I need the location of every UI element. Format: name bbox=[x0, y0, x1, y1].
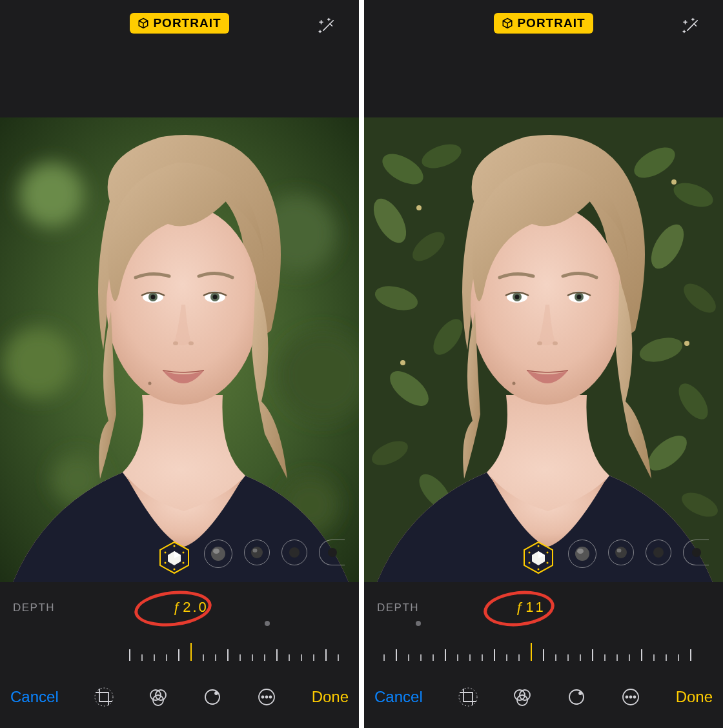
slider-thumb[interactable] bbox=[531, 643, 532, 661]
more-tool-button[interactable] bbox=[618, 684, 644, 710]
default-marker-dot bbox=[416, 621, 421, 626]
depth-control-section: DEPTH ƒ11 bbox=[364, 582, 723, 672]
photo-preview[interactable] bbox=[0, 117, 359, 582]
svg-point-98 bbox=[626, 696, 627, 698]
svg-point-20 bbox=[165, 562, 167, 564]
done-button[interactable]: Done bbox=[312, 688, 349, 706]
filters-tool-button[interactable] bbox=[145, 684, 171, 710]
hexagon-icon bbox=[520, 540, 556, 576]
svg-point-87 bbox=[617, 549, 622, 552]
svg-point-42 bbox=[269, 696, 271, 698]
svg-point-19 bbox=[183, 552, 185, 554]
wand-icon bbox=[316, 16, 338, 38]
svg-point-27 bbox=[213, 549, 219, 554]
svg-point-84 bbox=[575, 547, 589, 561]
svg-point-29 bbox=[253, 549, 258, 552]
more-tool-button[interactable] bbox=[254, 684, 280, 710]
svg-point-31 bbox=[328, 548, 337, 557]
svg-point-76 bbox=[529, 552, 531, 554]
slider-thumb[interactable] bbox=[190, 643, 192, 661]
lighting-contour[interactable] bbox=[608, 540, 634, 565]
lighting-stage-mono[interactable] bbox=[319, 540, 345, 565]
filters-tool-button[interactable] bbox=[509, 684, 535, 710]
svg-point-28 bbox=[251, 547, 263, 558]
sphere-icon bbox=[614, 545, 628, 560]
cancel-button[interactable]: Cancel bbox=[374, 688, 423, 706]
depth-label: DEPTH bbox=[13, 602, 55, 614]
adjust-tool-button[interactable] bbox=[564, 684, 589, 710]
svg-point-10 bbox=[151, 295, 156, 299]
svg-point-40 bbox=[261, 696, 263, 698]
top-bar: PORTRAIT bbox=[0, 0, 359, 117]
done-button[interactable]: Done bbox=[676, 688, 713, 706]
crop-icon bbox=[94, 687, 114, 707]
svg-point-77 bbox=[547, 552, 549, 554]
adjust-icon bbox=[566, 687, 587, 707]
depth-slider[interactable] bbox=[364, 642, 723, 661]
lighting-stage[interactable] bbox=[281, 540, 307, 565]
sphere-icon bbox=[327, 547, 338, 558]
hexagon-icon bbox=[156, 540, 192, 576]
svg-point-71 bbox=[577, 295, 582, 299]
adjust-tool-button[interactable] bbox=[199, 684, 225, 710]
lighting-stage[interactable] bbox=[646, 540, 671, 565]
svg-point-79 bbox=[547, 562, 549, 564]
sphere-icon bbox=[250, 545, 264, 560]
svg-point-4 bbox=[3, 327, 74, 398]
svg-point-96 bbox=[579, 692, 582, 694]
svg-point-1 bbox=[19, 163, 84, 227]
crop-tool-button[interactable] bbox=[455, 684, 481, 710]
svg-point-95 bbox=[567, 689, 585, 706]
svg-point-26 bbox=[211, 547, 225, 561]
more-icon bbox=[256, 687, 277, 707]
lighting-stage-mono[interactable] bbox=[683, 540, 709, 565]
svg-point-37 bbox=[203, 689, 221, 706]
lighting-studio[interactable] bbox=[568, 540, 596, 568]
crop-tool-button[interactable] bbox=[91, 684, 117, 710]
svg-point-22 bbox=[174, 545, 176, 547]
top-bar: PORTRAIT bbox=[364, 0, 723, 117]
svg-point-72 bbox=[537, 341, 542, 345]
bottom-action-bar: Cancel bbox=[0, 672, 359, 728]
svg-point-80 bbox=[538, 545, 540, 547]
svg-point-99 bbox=[629, 696, 631, 698]
auto-enhance-button[interactable] bbox=[678, 14, 704, 40]
panel-divider bbox=[359, 0, 364, 728]
adjust-icon bbox=[202, 687, 223, 707]
photo-preview[interactable] bbox=[364, 117, 723, 582]
sphere-icon bbox=[691, 547, 702, 558]
auto-enhance-button[interactable] bbox=[314, 14, 340, 40]
aperture-value: ƒ11 bbox=[516, 599, 545, 616]
svg-point-74 bbox=[513, 382, 516, 385]
depth-slider[interactable] bbox=[0, 642, 359, 661]
svg-point-85 bbox=[577, 549, 584, 554]
depth-control-section: DEPTH ƒ2.0 bbox=[0, 582, 359, 672]
editor-panel-left: PORTRAIT bbox=[0, 0, 359, 728]
svg-point-63 bbox=[684, 341, 689, 346]
wand-icon bbox=[680, 16, 702, 38]
filters-icon bbox=[148, 687, 168, 707]
portrait-mode-badge[interactable]: PORTRAIT bbox=[130, 13, 229, 34]
bottom-action-bar: Cancel bbox=[364, 672, 723, 728]
svg-point-89 bbox=[692, 548, 701, 557]
cube-icon bbox=[502, 17, 513, 29]
svg-point-13 bbox=[213, 295, 218, 299]
aperture-value: ƒ2.0 bbox=[173, 599, 209, 616]
more-icon bbox=[620, 687, 641, 707]
lighting-natural-selected[interactable] bbox=[520, 540, 556, 576]
svg-point-81 bbox=[538, 569, 540, 571]
lighting-effects-row bbox=[0, 540, 359, 576]
svg-point-73 bbox=[553, 341, 558, 345]
cancel-button[interactable]: Cancel bbox=[10, 688, 59, 706]
lighting-contour[interactable] bbox=[244, 540, 270, 565]
lighting-natural-selected[interactable] bbox=[156, 540, 192, 576]
svg-point-41 bbox=[265, 696, 267, 698]
portrait-mode-badge[interactable]: PORTRAIT bbox=[494, 13, 593, 34]
sphere-icon bbox=[652, 546, 665, 559]
lighting-studio[interactable] bbox=[204, 540, 232, 568]
sphere-icon bbox=[574, 545, 591, 562]
sphere-icon bbox=[288, 546, 301, 559]
svg-point-15 bbox=[188, 341, 194, 345]
svg-point-21 bbox=[183, 562, 185, 564]
svg-point-100 bbox=[633, 696, 635, 698]
